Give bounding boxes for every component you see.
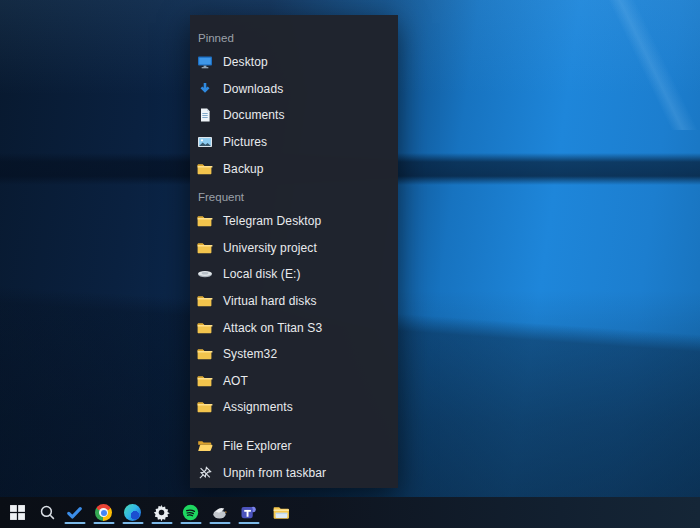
jumplist-item-label: University project <box>223 241 317 255</box>
jumplist-item-label: Downloads <box>223 82 283 96</box>
jumplist-item-label: Telegram Desktop <box>223 214 321 228</box>
jumplist-item-label: Desktop <box>223 55 268 69</box>
jumplist-item-label: File Explorer <box>223 439 292 453</box>
settings-gear-icon <box>153 504 170 521</box>
file-explorer-open-icon <box>197 438 213 454</box>
jumplist-item-downloads[interactable]: Downloads <box>190 76 398 103</box>
jumplist-item-pictures[interactable]: Pictures <box>190 129 398 156</box>
taskbar-app-bird-app[interactable] <box>205 497 234 528</box>
desktop-icon <box>197 54 213 70</box>
folder-icon <box>197 240 213 256</box>
jumplist-item-unpin-from-taskbar[interactable]: Unpin from taskbar <box>190 459 398 486</box>
taskbar <box>0 497 700 528</box>
running-indicator <box>93 522 114 524</box>
running-indicator <box>180 522 201 524</box>
jumplist-section-gap <box>190 421 398 433</box>
taskbar-app-settings-gear[interactable] <box>147 497 176 528</box>
downloads-icon <box>197 81 213 97</box>
pictures-icon <box>197 134 213 150</box>
drive-icon <box>197 266 213 282</box>
jumplist-item-assignments[interactable]: Assignments <box>190 394 398 421</box>
jumplist-item-label: Documents <box>223 108 285 122</box>
jumplist-item-label: Pictures <box>223 135 267 149</box>
jumplist-item-aot[interactable]: AOT <box>190 368 398 395</box>
search-button[interactable] <box>34 497 60 528</box>
file-explorer-jumplist: PinnedDesktopDownloadsDocumentsPicturesB… <box>190 15 398 488</box>
jumplist-item-desktop[interactable]: Desktop <box>190 49 398 76</box>
bird-app-icon <box>211 504 228 521</box>
windows-start-icon <box>9 504 26 521</box>
folder-icon <box>197 213 213 229</box>
running-indicator <box>238 522 259 524</box>
teams-icon <box>240 504 257 521</box>
jumplist-item-backup[interactable]: Backup <box>190 155 398 182</box>
unpin-icon <box>197 465 213 481</box>
edge-icon <box>124 504 141 521</box>
checkmark-app-icon <box>66 504 83 521</box>
running-indicator <box>209 522 230 524</box>
jumplist-item-virtual-hard-disks[interactable]: Virtual hard disks <box>190 288 398 315</box>
folder-icon <box>197 346 213 362</box>
start-button[interactable] <box>0 497 34 528</box>
jumplist-item-label: Backup <box>223 162 264 176</box>
jumplist-item-label: Unpin from taskbar <box>223 466 326 480</box>
taskbar-app-teams[interactable] <box>234 497 263 528</box>
jumplist-item-documents[interactable]: Documents <box>190 102 398 129</box>
jumplist-item-label: Assignments <box>223 400 293 414</box>
jumplist-item-label: Local disk (E:) <box>223 267 301 281</box>
search-icon <box>39 504 56 521</box>
documents-icon <box>197 107 213 123</box>
file-explorer-folder-icon <box>273 504 290 521</box>
jumplist-item-university-project[interactable]: University project <box>190 235 398 262</box>
taskbar-app-file-explorer-folder[interactable] <box>267 497 296 528</box>
taskbar-app-chrome[interactable] <box>89 497 118 528</box>
running-indicator <box>151 522 172 524</box>
taskbar-app-spotify[interactable] <box>176 497 205 528</box>
running-indicator <box>64 522 85 524</box>
folder-icon <box>197 293 213 309</box>
folder-icon <box>197 373 213 389</box>
jumplist-item-label: Virtual hard disks <box>223 294 317 308</box>
running-indicator <box>122 522 143 524</box>
jumplist-section-header-frequent: Frequent <box>190 184 398 208</box>
spotify-icon <box>182 504 199 521</box>
jumplist-item-label: Attack on Titan S3 <box>223 321 322 335</box>
folder-icon <box>197 399 213 415</box>
jumplist-item-file-explorer[interactable]: File Explorer <box>190 433 398 460</box>
desktop-screen: PinnedDesktopDownloadsDocumentsPicturesB… <box>0 0 700 528</box>
jumplist-item-system32[interactable]: System32 <box>190 341 398 368</box>
jumplist-item-attack-on-titan-s3[interactable]: Attack on Titan S3 <box>190 314 398 341</box>
taskbar-app-edge[interactable] <box>118 497 147 528</box>
chrome-icon <box>95 504 112 521</box>
taskbar-app-checkmark-app[interactable] <box>60 497 89 528</box>
folder-icon <box>197 320 213 336</box>
jumplist-item-label: System32 <box>223 347 277 361</box>
jumplist-section-header-pinned: Pinned <box>190 25 398 49</box>
jumplist-item-local-disk-e[interactable]: Local disk (E:) <box>190 261 398 288</box>
jumplist-item-label: AOT <box>223 374 248 388</box>
jumplist-item-telegram-desktop[interactable]: Telegram Desktop <box>190 208 398 235</box>
folder-icon <box>197 161 213 177</box>
